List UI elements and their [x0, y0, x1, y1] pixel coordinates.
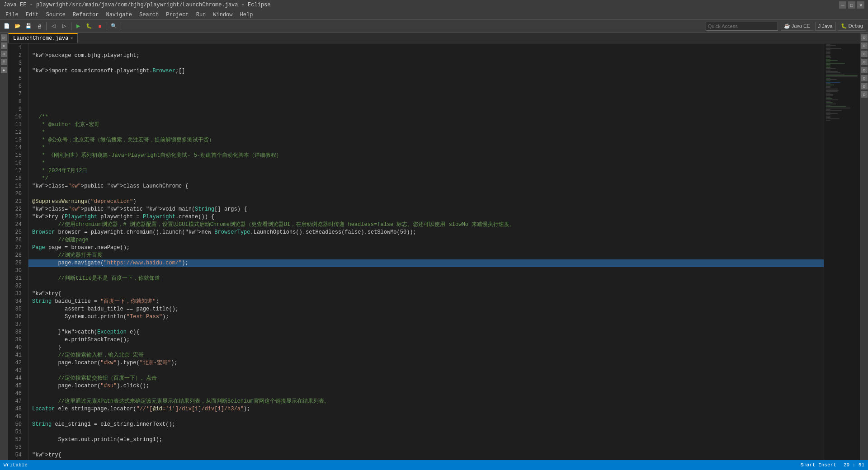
code-line-28[interactable]: //浏览器打开百度 [28, 252, 824, 259]
code-line-15[interactable]: * 《刚刚问世》系列初窥篇-Java+Playwright自动化测试- 5-创建… [28, 152, 824, 160]
code-line-19[interactable]: "kw">class="kw">public "kw">class Launch… [28, 183, 824, 190]
code-line-51[interactable] [28, 428, 824, 436]
tab-close-button[interactable]: × [70, 36, 73, 41]
right-icon-6[interactable]: ⊡ [861, 75, 868, 81]
code-line-12[interactable]: * [28, 129, 824, 136]
code-line-25[interactable]: Browser browser = playwright.chromium().… [28, 229, 824, 236]
code-line-26[interactable]: //创建page [28, 236, 824, 244]
code-line-2[interactable]: "kw">package com.bjhg.playwright; [28, 52, 824, 60]
debug-button[interactable]: 🐛 [84, 21, 94, 31]
code-line-31[interactable]: //判断title是不是 百度一下，你就知道 [28, 275, 824, 282]
code-line-34[interactable]: String baidu_title = "百度一下，你就知道"; [28, 298, 824, 306]
code-line-38[interactable]: }"kw">catch(Exception e){ [28, 329, 824, 336]
menu-help[interactable]: Help [236, 10, 257, 19]
java-perspective[interactable]: J Java [815, 22, 836, 31]
code-line-21[interactable]: @SuppressWarnings("deprecation") [28, 198, 824, 206]
code-line-44[interactable]: //定位搜索提交按钮（百度一下）。点击 [28, 375, 824, 382]
code-line-18[interactable]: */ [28, 175, 824, 183]
left-icon-2[interactable]: ◈ [1, 42, 7, 49]
maximize-button[interactable]: □ [848, 1, 855, 9]
right-icon-2[interactable]: ⊡ [861, 42, 868, 49]
code-line-10[interactable]: /** [28, 113, 824, 121]
code-line-54[interactable]: "kw">try{ [28, 451, 824, 459]
code-line-8[interactable] [28, 98, 824, 106]
code-line-13[interactable]: * @公众号：北京宏哥（微信搜索，关注宏哥，提前解锁更多测试干货） [28, 136, 824, 144]
left-icon-5[interactable]: ◆ [1, 67, 7, 73]
minimize-button[interactable]: ─ [839, 1, 846, 9]
code-line-36[interactable]: System.out.println("Test Pass"); [28, 313, 824, 321]
code-line-9[interactable] [28, 106, 824, 113]
code-line-30[interactable] [28, 267, 824, 275]
left-icon-4[interactable]: ≡ [1, 59, 7, 65]
code-line-45[interactable]: page.locator("#su").click(); [28, 382, 824, 390]
code-line-39[interactable]: e.printStackTrace(); [28, 336, 824, 344]
next-edit-button[interactable]: ▷ [59, 21, 69, 31]
menu-project[interactable]: Project [162, 10, 192, 19]
line-num-4: 4 [8, 67, 24, 75]
code-line-48[interactable]: Locator ele_string=page.locator("//*[@id… [28, 405, 824, 413]
active-tab[interactable]: LaunchChrome.java × [8, 33, 78, 43]
code-line-29[interactable]: page.navigate("https://www.baidu.com/"); [28, 259, 824, 267]
menu-refactor[interactable]: Refactor [69, 10, 103, 19]
code-line-14[interactable]: * [28, 144, 824, 152]
right-icon-3[interactable]: ⊡ [861, 51, 868, 57]
code-line-49[interactable] [28, 413, 824, 421]
right-icon-1[interactable]: ⊡ [861, 34, 868, 41]
code-line-53[interactable] [28, 444, 824, 451]
run-button[interactable]: ▶ [73, 21, 83, 31]
code-line-5[interactable] [28, 75, 824, 83]
status-bar: Writable Smart Insert 29 : 51 [0, 460, 868, 470]
code-line-47[interactable]: //这里通过元素XPath表达式来确定该元素显示在结果列表，从而判断Seleni… [28, 398, 824, 405]
right-icon-8[interactable]: ⊡ [861, 91, 868, 98]
right-icon-7[interactable]: ⊡ [861, 83, 868, 89]
code-content[interactable]: "kw">package com.bjhg.playwright; "kw">i… [28, 43, 824, 460]
right-icon-5[interactable]: ⊡ [861, 67, 868, 73]
left-icon-3[interactable]: ⊞ [1, 51, 7, 57]
menu-search[interactable]: Search [136, 10, 162, 19]
close-button[interactable]: ✕ [857, 1, 864, 9]
print-button[interactable]: 🖨 [34, 21, 44, 31]
code-line-40[interactable]: } [28, 344, 824, 352]
code-line-20[interactable] [28, 190, 824, 198]
code-line-23[interactable]: "kw">try (Playwright playwright = Playwr… [28, 213, 824, 221]
code-line-3[interactable] [28, 60, 824, 67]
left-icon-1[interactable]: ▷ [1, 34, 7, 41]
code-line-7[interactable] [28, 90, 824, 98]
code-line-27[interactable]: Page page = browser.newPage(); [28, 244, 824, 252]
save-button[interactable]: 💾 [24, 21, 33, 31]
line-num-38: 38 [8, 329, 24, 336]
quick-access-input[interactable] [706, 22, 778, 31]
code-line-41[interactable]: //定位搜索输入框，输入北京-宏哥 [28, 352, 824, 359]
menu-file[interactable]: File [2, 10, 22, 19]
code-line-17[interactable]: * 2024年7月12日 [28, 167, 824, 175]
code-line-11[interactable]: * @author 北京-宏哥 [28, 121, 824, 129]
open-button[interactable]: 📂 [13, 21, 23, 31]
menu-source[interactable]: Source [42, 10, 69, 19]
code-line-32[interactable] [28, 282, 824, 290]
code-line-1[interactable] [28, 44, 824, 52]
code-line-37[interactable] [28, 321, 824, 329]
code-line-52[interactable]: System.out.println(ele_string1); [28, 436, 824, 444]
menu-navigate[interactable]: Navigate [102, 10, 136, 19]
code-line-16[interactable]: * [28, 160, 824, 167]
code-line-43[interactable] [28, 367, 824, 375]
search-button[interactable]: 🔍 [109, 21, 119, 31]
prev-edit-button[interactable]: ◁ [48, 21, 58, 31]
code-line-6[interactable] [28, 83, 824, 90]
code-line-50[interactable]: String ele_string1 = ele_string.innerTex… [28, 421, 824, 428]
menu-edit[interactable]: Edit [22, 10, 42, 19]
menu-run[interactable]: Run [193, 10, 210, 19]
code-line-4[interactable]: "kw">import com.microsoft.playwright.Bro… [28, 67, 824, 75]
menu-window[interactable]: Window [209, 10, 236, 19]
new-button[interactable]: 📄 [2, 21, 12, 31]
stop-button[interactable]: ■ [95, 21, 105, 31]
code-line-42[interactable]: page.locator("#kw").type("北京-宏哥"); [28, 359, 824, 367]
debug-perspective[interactable]: 🐛 Debug [838, 22, 866, 31]
right-icon-4[interactable]: ⊡ [861, 59, 868, 65]
java-ee-perspective[interactable]: ☕ Java EE [781, 22, 813, 31]
code-line-35[interactable]: assert baidu_title == page.title(); [28, 306, 824, 313]
code-line-22[interactable]: "kw">class="kw">public "kw">static "kw">… [28, 206, 824, 213]
code-line-24[interactable]: //使用chromium浏览器，# 浏览器配置，设置以GUI模式启动Chrome… [28, 221, 824, 229]
code-line-33[interactable]: "kw">try{ [28, 290, 824, 298]
code-line-46[interactable] [28, 390, 824, 398]
